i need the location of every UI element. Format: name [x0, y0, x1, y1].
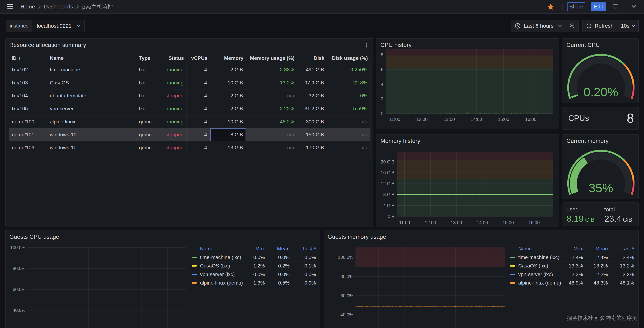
- cell-disk-usage[interactable]: n/a: [327, 141, 370, 154]
- cell-memory[interactable]: 10 GiB: [210, 116, 246, 128]
- cell-vcpus[interactable]: 4: [187, 129, 210, 141]
- legend-series-row[interactable]: vpn-server (lxc)0.0%0.0%0.0%: [192, 270, 316, 278]
- table-row-lxc-104[interactable]: lxc/104ubuntu-templatelxcstopped42 GiBn/…: [9, 89, 370, 102]
- table-row-lxc-102[interactable]: lxc/102time-machinelxcrunning42 GiB2.38%…: [9, 63, 370, 76]
- refresh-button[interactable]: Refresh: [582, 20, 617, 32]
- zoom-out-time-icon[interactable]: [566, 20, 578, 32]
- cell-vcpus[interactable]: 4: [187, 102, 210, 115]
- column-header-vcpus[interactable]: vCPUs: [187, 53, 210, 63]
- variable-value-dropdown[interactable]: localhost:9221: [32, 20, 84, 32]
- cell-id[interactable]: qemu/100: [9, 116, 47, 128]
- cell-type[interactable]: lxc: [136, 89, 160, 102]
- cell-type[interactable]: qemu: [136, 129, 160, 141]
- table-row-lxc-103[interactable]: lxc/103CasaOSlxcrunning410 GiB13.2%97.9 …: [9, 76, 370, 89]
- cell-memory[interactable]: 2 GiB: [210, 102, 246, 115]
- legend-series-row[interactable]: alpine-linux (qemu)1.3%0.5%0.9%: [192, 279, 316, 287]
- cell-vcpus[interactable]: 4: [187, 116, 210, 128]
- table-row-qemu-101[interactable]: qemu/101windows-10qemustopped48 GiBn/a15…: [9, 128, 370, 141]
- cell-memory-usage[interactable]: n/a: [246, 129, 297, 141]
- refresh-interval-dropdown[interactable]: 10s: [617, 20, 639, 32]
- cell-disk[interactable]: 150 GiB: [297, 129, 327, 141]
- cell-memory-usage[interactable]: 2.22%: [246, 102, 297, 115]
- share-button[interactable]: Share: [567, 2, 585, 11]
- cell-disk[interactable]: 170 GiB: [297, 141, 327, 154]
- cell-memory-usage[interactable]: n/a: [246, 89, 297, 102]
- cell-vcpus[interactable]: 4: [187, 76, 210, 89]
- legend-series-name[interactable]: CasaOS (lxc): [510, 263, 562, 269]
- cell-status[interactable]: running: [160, 76, 187, 89]
- cell-disk-usage[interactable]: n/a: [327, 129, 370, 141]
- cell-disk-usage[interactable]: n/a: [327, 116, 370, 128]
- cell-memory-usage[interactable]: 2.38%: [246, 63, 297, 76]
- table-row-lxc-105[interactable]: lxc/105vpn-serverlxcrunning42 GiB2.22%31…: [9, 102, 370, 115]
- cell-status[interactable]: stopped: [160, 129, 187, 141]
- cell-disk[interactable]: 31.2 GiB: [297, 102, 327, 115]
- favorite-star-icon[interactable]: [546, 2, 555, 11]
- cell-name[interactable]: CasaOS: [47, 76, 136, 89]
- cell-type[interactable]: lxc: [136, 76, 160, 89]
- cell-name[interactable]: windows-10: [47, 129, 136, 141]
- legend-column-header[interactable]: Max: [562, 246, 583, 252]
- cell-disk-usage[interactable]: 0%: [327, 89, 370, 102]
- cell-disk[interactable]: 32 GiB: [297, 89, 327, 102]
- cell-memory-usage[interactable]: n/a: [246, 141, 297, 154]
- cell-memory-usage[interactable]: 48.2%: [246, 116, 297, 128]
- legend-column-header[interactable]: Max: [244, 246, 265, 252]
- panel-title[interactable]: Resource allocation summary: [6, 39, 373, 51]
- cell-memory[interactable]: 2 GiB: [210, 89, 246, 102]
- table-row-qemu-106[interactable]: qemu/106windows-11qemustopped413 GiBn/a1…: [9, 141, 370, 154]
- time-range-picker[interactable]: Last 6 hours: [511, 20, 566, 32]
- column-header-type[interactable]: Type: [136, 53, 160, 63]
- legend-series-row[interactable]: time-machine (lxc)0.0%0.0%0.0%: [192, 253, 316, 261]
- legend-series-name[interactable]: alpine-linux (qemu): [510, 280, 562, 286]
- legend-series-name[interactable]: alpine-linux (qemu): [192, 280, 244, 286]
- legend-series-name[interactable]: time-machine (lxc): [510, 255, 562, 260]
- legend-column-header[interactable]: Mean: [265, 246, 290, 252]
- cell-disk[interactable]: 491 GiB: [297, 63, 327, 76]
- legend-column-header[interactable]: Last *: [290, 246, 316, 252]
- column-header-memory-usage[interactable]: Memory usage (%): [246, 53, 297, 63]
- cell-id[interactable]: lxc/105: [9, 102, 47, 115]
- legend-column-header[interactable]: Name: [192, 246, 244, 252]
- cell-name[interactable]: time-machine: [47, 63, 136, 76]
- legend-column-header[interactable]: Mean: [583, 246, 608, 252]
- cell-memory[interactable]: 13 GiB: [210, 141, 246, 154]
- cell-memory[interactable]: 8 GiB: [210, 129, 246, 141]
- legend-series-name[interactable]: CasaOS (lxc): [192, 263, 244, 269]
- cell-name[interactable]: windows-11: [47, 141, 136, 154]
- legend-series-row[interactable]: alpine-linux (qemu)48.9%48.3%48.1%: [510, 279, 634, 287]
- column-header-disk-usage[interactable]: Disk usage (%): [327, 53, 370, 63]
- legend-column-header[interactable]: Name: [510, 246, 562, 252]
- cell-status[interactable]: running: [160, 63, 187, 76]
- cell-disk-usage[interactable]: 0.250%: [327, 63, 370, 76]
- column-header-memory[interactable]: Memory: [210, 53, 246, 63]
- cell-disk-usage[interactable]: 22.8%: [327, 76, 370, 89]
- cell-type[interactable]: lxc: [136, 63, 160, 76]
- current-memory-gauge[interactable]: 35%: [563, 135, 638, 199]
- edit-button[interactable]: Edit: [591, 2, 606, 11]
- cell-disk[interactable]: 97.9 GiB: [297, 76, 327, 89]
- table-row-qemu-100[interactable]: qemu/100alpine-linuxqemurunning410 GiB48…: [9, 115, 370, 128]
- column-header-disk[interactable]: Disk: [297, 53, 327, 63]
- cell-disk-usage[interactable]: 5.59%: [327, 102, 370, 115]
- cell-status[interactable]: stopped: [160, 141, 187, 154]
- cell-type[interactable]: lxc: [136, 102, 160, 115]
- cell-id[interactable]: qemu/106: [9, 141, 47, 154]
- memory-history-chart[interactable]: 0 B4 GiB8 GiB12 GiB16 GiB20 GiB11:0012:0…: [377, 135, 559, 226]
- legend-series-row[interactable]: CasaOS (lxc)1.2%0.2%0.1%: [192, 262, 316, 270]
- legend-series-row[interactable]: vpn-server (lxc)2.3%2.2%2.2%: [510, 270, 634, 278]
- legend-series-name[interactable]: time-machine (lxc): [192, 255, 244, 260]
- current-cpu-gauge[interactable]: 0.20%: [563, 39, 638, 103]
- cell-memory[interactable]: 10 GiB: [210, 76, 246, 89]
- cell-disk[interactable]: 300 GiB: [297, 116, 327, 128]
- cell-vcpus[interactable]: 4: [187, 63, 210, 76]
- cell-type[interactable]: qemu: [136, 141, 160, 154]
- cell-vcpus[interactable]: 4: [187, 89, 210, 102]
- panel-menu-kebab-icon[interactable]: [364, 42, 370, 48]
- cell-name[interactable]: alpine-linux: [47, 116, 136, 128]
- cell-status[interactable]: running: [160, 102, 187, 115]
- breadcrumb-item-dashboard-title[interactable]: [82, 2, 113, 10]
- cell-memory-usage[interactable]: 13.2%: [246, 76, 297, 89]
- navbar-chevron-down-icon[interactable]: [630, 3, 638, 10]
- cell-status[interactable]: running: [160, 116, 187, 128]
